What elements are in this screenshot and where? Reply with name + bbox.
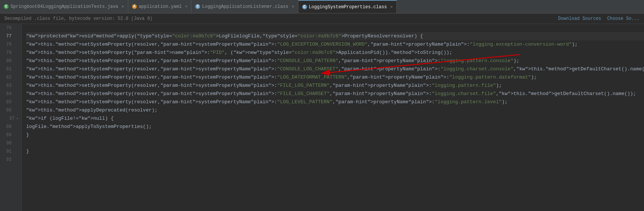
gutter-row-90: 90 xyxy=(0,139,21,147)
gutter-row-88: 88 xyxy=(0,123,21,131)
line-number-91: 91 xyxy=(3,149,12,154)
gutter-row-83: 83 xyxy=(0,82,21,90)
tab-close-tab2[interactable]: × xyxy=(185,4,188,9)
line-number-85: 85 xyxy=(3,100,12,105)
gutter-row-84: 84 xyxy=(0,90,21,98)
line-number-87: 87 xyxy=(7,116,15,121)
tab-icon-tab3: C xyxy=(195,4,200,9)
tab-icon-tab1: C xyxy=(4,4,9,9)
tab-close-tab4[interactable]: × xyxy=(390,5,393,9)
gutter-row-78: 78 xyxy=(0,40,21,49)
line-number-82: 82 xyxy=(3,75,12,80)
gutter-row-82: 82 xyxy=(0,73,21,82)
gutter-row-89: 89 xyxy=(0,131,21,139)
code-line-83: "kw">this."method">setSystemProperty(res… xyxy=(26,82,644,90)
code-area[interactable]: "kw">protected "kw">void "method">apply(… xyxy=(22,24,644,211)
code-line-82: "kw">this."method">setSystemProperty(res… xyxy=(26,73,644,82)
info-actions: Download Sources Choose So... xyxy=(558,16,640,21)
gutter-row-86: 86 xyxy=(0,106,21,114)
gutter-row-79: 79 xyxy=(0,49,21,57)
gutter-row-76: 76 xyxy=(0,24,21,32)
code-line-89: } xyxy=(26,131,644,139)
gutter: 767778798081828384858687▾8889909192 xyxy=(0,24,22,211)
tab-tab3[interactable]: CLoggingApplicationListener.class× xyxy=(191,0,298,13)
choose-sources-link[interactable]: Choose So... xyxy=(607,16,640,21)
code-line-79: "kw">this."method">setSystemProperty( "p… xyxy=(26,49,644,57)
line-number-89: 89 xyxy=(3,132,12,138)
tab-close-tab3[interactable]: × xyxy=(292,4,294,9)
fold-arrow-87[interactable]: ▾ xyxy=(16,117,18,121)
line-number-86: 86 xyxy=(3,108,12,113)
line-number-80: 80 xyxy=(3,58,12,64)
tab-label-tab1: Springboot04LoggingApplicationTests.java xyxy=(10,4,118,9)
code-line-85: "kw">this."method">setSystemProperty(res… xyxy=(26,98,644,106)
info-bar: Decompiled .class file, bytecode version… xyxy=(0,13,644,24)
code-line-92 xyxy=(26,156,644,164)
tab-icon-tab2: A xyxy=(132,4,137,9)
gutter-row-92: 92 xyxy=(0,156,21,164)
gutter-row-81: 81 xyxy=(0,65,21,73)
line-number-92: 92 xyxy=(3,157,12,162)
tab-tab2[interactable]: Aapplication.yaml× xyxy=(128,0,192,13)
code-line-81: "kw">this."method">setSystemProperty(res… xyxy=(26,65,644,73)
code-line-88: logFile."method">applyToSystemProperties… xyxy=(26,123,644,131)
tab-tab4[interactable]: CLoggingSystemProperties.class× xyxy=(298,0,397,13)
tab-close-tab1[interactable]: × xyxy=(122,4,124,9)
gutter-row-77: 77 xyxy=(0,32,21,40)
line-number-83: 83 xyxy=(3,83,12,88)
code-line-76 xyxy=(26,24,644,32)
gutter-row-91: 91 xyxy=(0,147,21,156)
tab-tab1[interactable]: CSpringboot04LoggingApplicationTests.jav… xyxy=(0,0,128,13)
line-number-81: 81 xyxy=(3,67,12,72)
tab-icon-tab4: C xyxy=(302,4,307,9)
code-line-90 xyxy=(26,139,644,147)
tab-label-tab2: application.yaml xyxy=(139,4,182,9)
code-line-91: } xyxy=(26,147,644,156)
code-line-86: "kw">this."method">applyDeprecated(resol… xyxy=(26,106,644,114)
gutter-row-80: 80 xyxy=(0,57,21,65)
line-number-79: 79 xyxy=(3,50,12,55)
tab-bar: CSpringboot04LoggingApplicationTests.jav… xyxy=(0,0,644,13)
gutter-row-87: 87▾ xyxy=(0,114,21,123)
download-sources-link[interactable]: Download Sources xyxy=(558,16,601,21)
line-number-88: 88 xyxy=(3,124,12,129)
code-line-84: "kw">this."method">setSystemProperty(res… xyxy=(26,90,644,98)
code-line-80: "kw">this."method">setSystemProperty(res… xyxy=(26,57,644,65)
editor: 767778798081828384858687▾8889909192 "kw"… xyxy=(0,24,644,211)
line-number-84: 84 xyxy=(3,91,12,97)
code-line-87: "kw">if (logFile != "kw">null) { xyxy=(26,114,644,123)
code-line-77: "kw">protected "kw">void "method">apply(… xyxy=(26,32,644,40)
line-number-76: 76 xyxy=(3,25,12,31)
gutter-row-85: 85 xyxy=(0,98,21,106)
code-line-78: "kw">this."method">setSystemProperty(res… xyxy=(26,40,644,49)
editor-wrapper: 767778798081828384858687▾8889909192 "kw"… xyxy=(0,24,644,211)
tab-label-tab4: LoggingSystemProperties.class xyxy=(309,4,387,10)
info-text: Decompiled .class file, bytecode version… xyxy=(4,16,153,21)
tab-label-tab3: LoggingApplicationListener.class xyxy=(202,4,288,9)
line-number-77: 77 xyxy=(3,34,12,39)
line-number-90: 90 xyxy=(3,141,12,146)
line-number-78: 78 xyxy=(3,42,12,47)
